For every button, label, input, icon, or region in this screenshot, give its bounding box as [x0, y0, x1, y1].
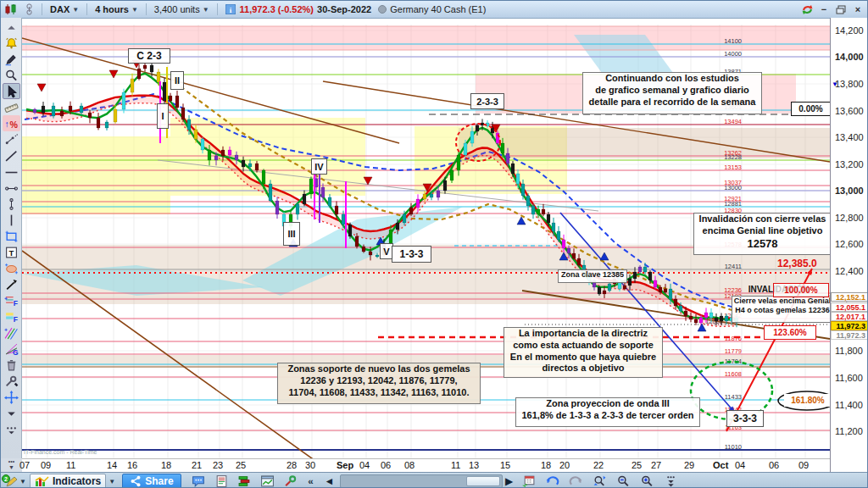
cursor-tool-icon[interactable]: [3, 83, 20, 99]
chevron-down-icon: ▼: [131, 6, 138, 14]
annotation-continuando[interactable]: Continuando con los estudiosde grafico s…: [582, 72, 762, 114]
zoom-selection-button[interactable]: [591, 474, 609, 488]
vertical-segment-tool-icon[interactable]: [3, 196, 20, 212]
y-axis-tick: 13,400: [835, 132, 864, 142]
wave-label-II[interactable]: II: [170, 71, 184, 90]
svg-text:T: T: [8, 247, 14, 257]
horizontal-line-tool-icon[interactable]: [3, 164, 20, 180]
positions-button[interactable]: [236, 474, 254, 488]
timeframe-dropdown[interactable]: 4 hours▼: [91, 2, 142, 17]
wave-label-IV[interactable]: IV: [311, 158, 327, 175]
indicators-dropdown[interactable]: ▼: [108, 478, 115, 485]
ruler-tool-icon[interactable]: [3, 99, 20, 115]
x-axis-tick: 21: [192, 460, 202, 470]
time-axis[interactable]: 0709111416182123252830Sep040608111315182…: [22, 458, 830, 473]
wave-label-C2-3[interactable]: C 2-3: [128, 48, 170, 64]
percent-change-tool-icon[interactable]: ↑%: [3, 115, 20, 131]
indicators-icon: [35, 475, 49, 487]
annotation-zonas-soporte[interactable]: Zonas soporte de nuevo las dos gemelas12…: [277, 363, 481, 404]
share-button[interactable]: Share: [122, 474, 181, 488]
x-axis-tick: 06: [769, 460, 779, 470]
drawings-badge-icon[interactable]: 2: [1, 474, 19, 488]
annotation-invalidacion-objetivo[interactable]: Invalidación con cierre velasencima Geni…: [693, 213, 832, 255]
close-button[interactable]: ×: [852, 4, 864, 15]
undo-button[interactable]: [543, 474, 562, 488]
annotation-zona-clave[interactable]: Zona clave 12385: [558, 269, 627, 283]
text-tool-icon[interactable]: T: [3, 244, 20, 260]
scroll-right-button[interactable]: ▶: [503, 474, 516, 488]
extended-line-tool-icon[interactable]: [3, 131, 20, 147]
wave-label-2-3-3[interactable]: 2-3-3: [470, 93, 504, 109]
chart-titlebar: DAX▼ 4 hours▼ 3,400 units▼ i 11,972.3 (-…: [1, 1, 868, 19]
settings-button[interactable]: [281, 474, 300, 488]
chat-button[interactable]: [190, 474, 209, 488]
pitchfork-tool-icon[interactable]: [3, 324, 20, 341]
prorealtime-window: DAX▼ 4 hours▼ 3,400 units▼ i 11,972.3 (-…: [0, 0, 868, 488]
symbol-dropdown[interactable]: DAX▼: [46, 2, 83, 17]
collapse-up-tool-icon[interactable]: [3, 19, 20, 35]
horizontal-scrollbar[interactable]: [340, 474, 503, 488]
indicators-button[interactable]: Indicators: [30, 474, 106, 488]
units-dropdown[interactable]: 3,400 units▼: [150, 2, 214, 17]
workspace-button[interactable]: [259, 474, 277, 488]
gann-fan-tool-icon[interactable]: G: [3, 341, 20, 357]
fib-label-123.60%: 123.60%: [764, 325, 816, 340]
arrow-tool-icon[interactable]: [3, 276, 20, 292]
refresh-icon[interactable]: [801, 4, 813, 15]
ellipse-tool-icon[interactable]: [3, 260, 20, 276]
x-axis-tick: 11: [451, 460, 460, 470]
link-icon[interactable]: [19, 2, 38, 17]
fib-levels-tool-icon[interactable]: F: [3, 308, 20, 324]
news-button[interactable]: [213, 474, 231, 488]
x-axis-tick: 15: [500, 460, 510, 470]
collapse-toolbar-button[interactable]: «: [304, 474, 323, 488]
annotation-cierre-velas[interactable]: Cierre velas encima GenialH4 o cotas gem…: [732, 296, 833, 323]
x-axis-tick: 23: [213, 460, 223, 470]
info-icon[interactable]: i: [221, 2, 240, 17]
more-tool-icon[interactable]: [3, 405, 20, 421]
minimize-button[interactable]: −: [818, 4, 830, 15]
redo-button[interactable]: [567, 474, 586, 488]
move-tool-icon[interactable]: [3, 389, 20, 405]
restore-button[interactable]: [835, 4, 847, 15]
drawings-dropdown[interactable]: ▼: [19, 478, 26, 485]
trash-tool-icon[interactable]: [3, 357, 20, 373]
candlestick-style-icon[interactable]: [1, 2, 19, 17]
price-tag: 12,055.1: [831, 302, 868, 312]
y-axis-tick: 11,600: [835, 373, 863, 383]
trend-line-tool-icon[interactable]: [3, 147, 20, 164]
svg-text:11779: 11779: [725, 347, 742, 355]
scroll-left-button[interactable]: ◄: [323, 474, 337, 488]
magnifier-tool-icon[interactable]: [3, 67, 20, 83]
alarm-tool-icon[interactable]: [3, 35, 20, 51]
zoom-out-button[interactable]: [615, 474, 633, 488]
zoom-in-button[interactable]: [638, 474, 657, 488]
goto-date-button[interactable]: [520, 474, 538, 488]
x-axis-tick: 25: [632, 460, 642, 470]
scrollbar-thumb[interactable]: [466, 476, 500, 486]
pencil-tool-icon[interactable]: [3, 51, 20, 67]
wave-label-1-3-3[interactable]: 1-3-3: [392, 246, 431, 263]
collapse-bottom-button[interactable]: [662, 474, 681, 488]
price-axis[interactable]: 14,20014,00013,80013,60013,40013,20013,0…: [830, 18, 868, 472]
wave-label-3-3-3[interactable]: 3-3-3: [726, 410, 764, 427]
tools-tool-icon[interactable]: [3, 373, 20, 389]
fib-retracement-tool-icon[interactable]: F: [3, 292, 20, 308]
vertical-line-tool-icon[interactable]: [3, 212, 20, 228]
x-axis-tick: 04: [359, 460, 370, 470]
annotation-zona-proyeccion[interactable]: Zona proyeccion de onda III161,8% de 1-3…: [515, 397, 700, 427]
svg-text:↑: ↑: [4, 118, 8, 128]
annotation-importancia-directriz[interactable]: La importancia de la directrizcomo esta …: [504, 327, 663, 378]
horizontal-segment-tool-icon[interactable]: [3, 180, 20, 196]
rectangle-tool-icon[interactable]: [3, 228, 20, 244]
wave-label-I[interactable]: I: [157, 103, 169, 129]
overflow-tool-icon[interactable]: [3, 421, 20, 437]
svg-text:13228: 13228: [724, 153, 742, 161]
svg-text:%: %: [9, 119, 18, 129]
x-axis-tick: 22: [593, 460, 604, 470]
price-tag: 12,017.1: [831, 312, 868, 321]
x-axis-tick: Sep: [337, 460, 353, 470]
y-axis-tick: 13,800: [835, 79, 864, 89]
y-axis-tick: 14,000: [835, 52, 864, 62]
wave-label-III[interactable]: III: [283, 222, 300, 246]
